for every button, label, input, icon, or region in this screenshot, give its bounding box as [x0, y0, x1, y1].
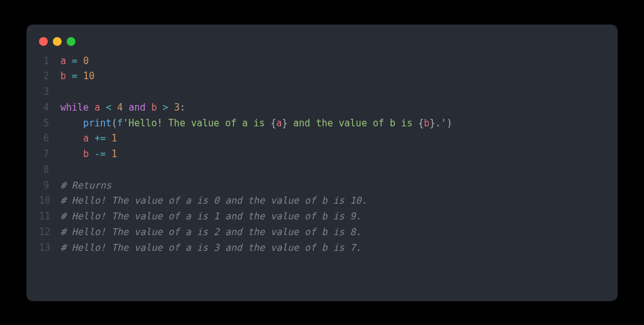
- token: [60, 118, 83, 129]
- code-line: 12# Hello! The value of a is 2 and the v…: [39, 224, 605, 240]
- code-content: b = 10: [60, 69, 94, 84]
- line-number: 6: [39, 131, 60, 146]
- token: 4: [117, 102, 123, 113]
- token: [66, 70, 72, 82]
- code-content: a += 1: [60, 131, 117, 146]
- token: # Hello! The value of a is 0 and the val…: [60, 195, 367, 206]
- token: [60, 148, 83, 160]
- line-number: 4: [39, 100, 60, 116]
- token: b: [152, 102, 157, 113]
- token: .': [435, 118, 447, 129]
- line-number: 5: [39, 116, 60, 131]
- token: <: [106, 102, 111, 113]
- token: =: [72, 70, 77, 82]
- token: a: [60, 55, 66, 67]
- code-content: # Hello! The value of a is 2 and the val…: [60, 224, 362, 240]
- token: }: [430, 118, 435, 129]
- token: :: [180, 102, 186, 113]
- token: >: [163, 102, 169, 113]
- code-content: while a < 4 and b > 3:: [60, 100, 186, 116]
- code-content: b -= 1: [60, 146, 117, 162]
- token: 10: [83, 70, 94, 82]
- code-content: # Hello! The value of a is 1 and the val…: [60, 209, 362, 224]
- token: [106, 148, 111, 160]
- code-line: 13# Hello! The value of a is 3 and the v…: [39, 240, 605, 256]
- token: while: [60, 102, 89, 113]
- line-number: 10: [39, 193, 60, 209]
- token: # Hello! The value of a is 3 and the val…: [60, 242, 362, 253]
- token: # Hello! The value of a is 2 and the val…: [60, 226, 362, 238]
- token: [89, 102, 94, 113]
- token: [145, 102, 151, 113]
- line-number: 2: [39, 69, 60, 84]
- code-content: [60, 84, 66, 100]
- token: b: [60, 70, 66, 82]
- token: # Returns: [60, 180, 111, 191]
- code-line: 10# Hello! The value of a is 0 and the v…: [39, 193, 605, 209]
- token: [89, 133, 94, 144]
- token: +=: [94, 133, 106, 144]
- token: (: [111, 118, 117, 129]
- token: 0: [83, 55, 89, 67]
- code-content: a = 0: [60, 53, 89, 69]
- token: a: [94, 102, 100, 113]
- token: {: [418, 118, 424, 129]
- code-content: # Returns: [60, 178, 111, 194]
- line-number: 11: [39, 209, 60, 224]
- zoom-icon[interactable]: [67, 37, 75, 46]
- code-line: 1a = 0: [39, 53, 605, 69]
- line-number: 8: [39, 162, 60, 178]
- token: [77, 70, 83, 82]
- code-line: 4while a < 4 and b > 3:: [39, 100, 605, 116]
- token: f: [117, 118, 123, 129]
- window-titlebar: [26, 37, 618, 53]
- code-content: # Hello! The value of a is 3 and the val…: [60, 240, 362, 256]
- token: [111, 102, 117, 113]
- code-line: 5 print(f'Hello! The value of a is {a} a…: [39, 116, 605, 131]
- token: [100, 102, 106, 113]
- token: 1: [111, 133, 117, 144]
- token: 3: [174, 102, 180, 113]
- line-number: 9: [39, 178, 60, 194]
- token: {: [270, 118, 276, 129]
- token: }: [282, 118, 287, 129]
- line-number: 1: [39, 53, 60, 69]
- token: 1: [111, 148, 117, 160]
- line-number: 3: [39, 84, 60, 100]
- token: # Hello! The value of a is 1 and the val…: [60, 211, 362, 222]
- token: and the value of b is: [287, 118, 418, 129]
- code-line: 3: [39, 84, 605, 100]
- line-number: 13: [39, 240, 60, 256]
- token: [89, 148, 94, 160]
- token: =: [72, 55, 77, 67]
- code-line: 9# Returns: [39, 178, 605, 194]
- token: [106, 133, 111, 144]
- code-content: print(f'Hello! The value of a is {a} and…: [60, 116, 452, 131]
- token: [60, 133, 83, 144]
- token: print: [83, 118, 111, 129]
- token: [157, 102, 163, 113]
- token: -=: [94, 148, 106, 160]
- close-icon[interactable]: [39, 37, 48, 46]
- code-content: [60, 162, 66, 178]
- code-line: 6 a += 1: [39, 131, 605, 146]
- code-editor: 1a = 02b = 103 4while a < 4 and b > 3:5 …: [26, 53, 618, 256]
- line-number: 7: [39, 146, 60, 162]
- token: and: [128, 102, 145, 113]
- code-content: # Hello! The value of a is 0 and the val…: [60, 193, 367, 209]
- token: [66, 55, 72, 67]
- minimize-icon[interactable]: [53, 37, 62, 46]
- code-line: 8: [39, 162, 605, 178]
- code-line: 11# Hello! The value of a is 1 and the v…: [39, 209, 605, 224]
- token: b: [83, 148, 89, 160]
- token: a: [83, 133, 89, 144]
- token: [77, 55, 83, 67]
- token: a: [276, 118, 282, 129]
- line-number: 12: [39, 224, 60, 240]
- token: 'Hello! The value of a is: [123, 118, 270, 129]
- code-line: 2b = 10: [39, 69, 605, 84]
- code-line: 7 b -= 1: [39, 146, 605, 162]
- token: b: [424, 118, 430, 129]
- token: [169, 102, 174, 113]
- code-window: 1a = 02b = 103 4while a < 4 and b > 3:5 …: [26, 25, 618, 301]
